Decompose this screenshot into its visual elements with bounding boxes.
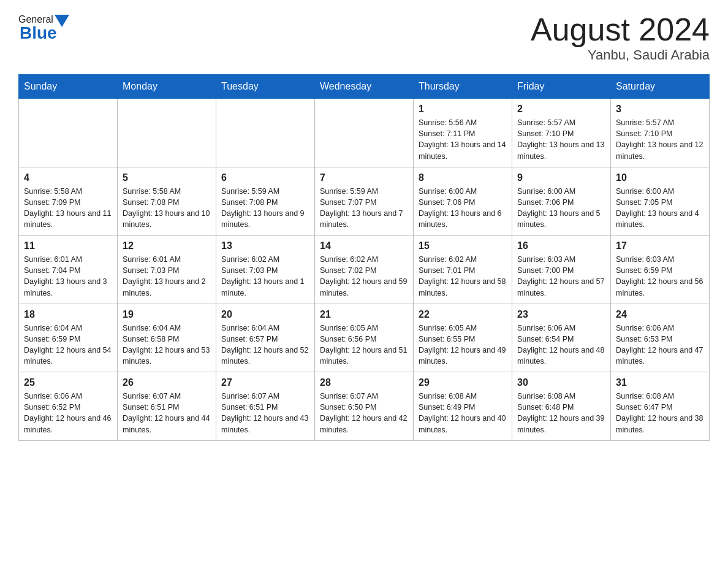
day-number: 31 [616, 377, 704, 388]
calendar-cell: 30Sunrise: 6:08 AMSunset: 6:48 PMDayligh… [512, 372, 611, 441]
day-number: 30 [517, 377, 605, 388]
day-info: Sunrise: 6:03 AMSunset: 7:00 PMDaylight:… [517, 254, 605, 299]
day-info: Sunrise: 6:08 AMSunset: 6:49 PMDaylight:… [419, 391, 507, 435]
day-number: 19 [123, 309, 211, 320]
calendar-cell: 11Sunrise: 6:01 AMSunset: 7:04 PMDayligh… [19, 236, 118, 304]
header-tuesday: Tuesday [216, 75, 315, 99]
day-number: 29 [419, 377, 507, 388]
day-info: Sunrise: 6:01 AMSunset: 7:03 PMDaylight:… [123, 254, 211, 299]
calendar-subtitle: Yanbu, Saudi Arabia [531, 47, 710, 63]
day-number: 17 [616, 240, 704, 251]
day-info: Sunrise: 6:06 AMSunset: 6:53 PMDaylight:… [616, 323, 704, 367]
day-number: 1 [419, 104, 507, 115]
day-info: Sunrise: 6:06 AMSunset: 6:52 PMDaylight:… [24, 391, 112, 435]
day-info: Sunrise: 6:05 AMSunset: 6:56 PMDaylight:… [320, 323, 408, 367]
day-info: Sunrise: 6:02 AMSunset: 7:01 PMDaylight:… [419, 254, 507, 299]
day-info: Sunrise: 6:00 AMSunset: 7:05 PMDaylight:… [616, 186, 704, 231]
day-number: 27 [221, 377, 309, 388]
calendar-cell: 27Sunrise: 6:07 AMSunset: 6:51 PMDayligh… [216, 372, 315, 441]
day-info: Sunrise: 6:03 AMSunset: 6:59 PMDaylight:… [616, 254, 704, 299]
day-number: 28 [320, 377, 408, 388]
calendar-cell: 14Sunrise: 6:02 AMSunset: 7:02 PMDayligh… [315, 236, 414, 304]
calendar-title: August 2024 [531, 12, 710, 47]
header-thursday: Thursday [414, 75, 512, 99]
logo-blue-text: Blue [18, 23, 69, 43]
calendar-cell: 9Sunrise: 6:00 AMSunset: 7:06 PMDaylight… [512, 167, 611, 236]
day-info: Sunrise: 5:58 AMSunset: 7:08 PMDaylight:… [123, 186, 211, 231]
calendar-header-row: SundayMondayTuesdayWednesdayThursdayFrid… [19, 75, 710, 99]
calendar-cell: 6Sunrise: 5:59 AMSunset: 7:08 PMDaylight… [216, 167, 315, 236]
day-number: 10 [616, 172, 704, 183]
day-info: Sunrise: 6:06 AMSunset: 6:54 PMDaylight:… [517, 323, 605, 367]
week-row-3: 11Sunrise: 6:01 AMSunset: 7:04 PMDayligh… [19, 236, 710, 304]
day-number: 16 [517, 240, 605, 251]
calendar-cell: 16Sunrise: 6:03 AMSunset: 7:00 PMDayligh… [512, 236, 611, 304]
day-info: Sunrise: 6:05 AMSunset: 6:55 PMDaylight:… [419, 323, 507, 367]
day-number: 4 [24, 172, 112, 183]
calendar-cell: 31Sunrise: 6:08 AMSunset: 6:47 PMDayligh… [611, 372, 710, 441]
week-row-1: 1Sunrise: 5:56 AMSunset: 7:11 PMDaylight… [19, 99, 710, 167]
day-info: Sunrise: 6:07 AMSunset: 6:51 PMDaylight:… [221, 391, 309, 435]
week-row-5: 25Sunrise: 6:06 AMSunset: 6:52 PMDayligh… [19, 372, 710, 441]
calendar-cell [118, 99, 216, 167]
calendar-cell: 22Sunrise: 6:05 AMSunset: 6:55 PMDayligh… [414, 304, 512, 372]
calendar-cell [19, 99, 118, 167]
day-info: Sunrise: 5:56 AMSunset: 7:11 PMDaylight:… [419, 117, 507, 162]
calendar-cell: 26Sunrise: 6:07 AMSunset: 6:51 PMDayligh… [118, 372, 216, 441]
calendar-cell: 4Sunrise: 5:58 AMSunset: 7:09 PMDaylight… [19, 167, 118, 236]
day-number: 20 [221, 309, 309, 320]
day-info: Sunrise: 6:08 AMSunset: 6:48 PMDaylight:… [517, 391, 605, 435]
day-number: 24 [616, 309, 704, 320]
day-number: 18 [24, 309, 112, 320]
calendar-cell: 12Sunrise: 6:01 AMSunset: 7:03 PMDayligh… [118, 236, 216, 304]
calendar-cell: 2Sunrise: 5:57 AMSunset: 7:10 PMDaylight… [512, 99, 611, 167]
calendar-cell: 24Sunrise: 6:06 AMSunset: 6:53 PMDayligh… [611, 304, 710, 372]
calendar-cell: 18Sunrise: 6:04 AMSunset: 6:59 PMDayligh… [19, 304, 118, 372]
calendar-cell: 13Sunrise: 6:02 AMSunset: 7:03 PMDayligh… [216, 236, 315, 304]
day-number: 14 [320, 240, 408, 251]
day-info: Sunrise: 6:02 AMSunset: 7:03 PMDaylight:… [221, 254, 309, 299]
day-number: 7 [320, 172, 408, 183]
day-number: 21 [320, 309, 408, 320]
day-info: Sunrise: 6:07 AMSunset: 6:51 PMDaylight:… [123, 391, 211, 435]
calendar-cell: 3Sunrise: 5:57 AMSunset: 7:10 PMDaylight… [611, 99, 710, 167]
calendar-cell: 15Sunrise: 6:02 AMSunset: 7:01 PMDayligh… [414, 236, 512, 304]
calendar-cell: 1Sunrise: 5:56 AMSunset: 7:11 PMDaylight… [414, 99, 512, 167]
day-number: 25 [24, 377, 112, 388]
day-number: 26 [123, 377, 211, 388]
day-number: 8 [419, 172, 507, 183]
calendar-cell: 29Sunrise: 6:08 AMSunset: 6:49 PMDayligh… [414, 372, 512, 441]
day-number: 5 [123, 172, 211, 183]
day-number: 22 [419, 309, 507, 320]
calendar-table: SundayMondayTuesdayWednesdayThursdayFrid… [18, 74, 710, 441]
page-header: General Blue August 2024 Yanbu, Saudi Ar… [18, 12, 710, 63]
day-number: 12 [123, 240, 211, 251]
calendar-cell: 7Sunrise: 5:59 AMSunset: 7:07 PMDaylight… [315, 167, 414, 236]
calendar-cell: 28Sunrise: 6:07 AMSunset: 6:50 PMDayligh… [315, 372, 414, 441]
week-row-2: 4Sunrise: 5:58 AMSunset: 7:09 PMDaylight… [19, 167, 710, 236]
calendar-cell: 8Sunrise: 6:00 AMSunset: 7:06 PMDaylight… [414, 167, 512, 236]
logo: General Blue [18, 12, 69, 43]
day-info: Sunrise: 6:04 AMSunset: 6:57 PMDaylight:… [221, 323, 309, 367]
day-info: Sunrise: 6:00 AMSunset: 7:06 PMDaylight:… [517, 186, 605, 231]
calendar-cell: 21Sunrise: 6:05 AMSunset: 6:56 PMDayligh… [315, 304, 414, 372]
day-number: 23 [517, 309, 605, 320]
header-wednesday: Wednesday [315, 75, 414, 99]
calendar-cell: 25Sunrise: 6:06 AMSunset: 6:52 PMDayligh… [19, 372, 118, 441]
header-friday: Friday [512, 75, 611, 99]
calendar-cell [216, 99, 315, 167]
day-number: 11 [24, 240, 112, 251]
day-info: Sunrise: 6:04 AMSunset: 6:59 PMDaylight:… [24, 323, 112, 367]
calendar-cell [315, 99, 414, 167]
calendar-cell: 10Sunrise: 6:00 AMSunset: 7:05 PMDayligh… [611, 167, 710, 236]
calendar-cell: 23Sunrise: 6:06 AMSunset: 6:54 PMDayligh… [512, 304, 611, 372]
day-info: Sunrise: 5:57 AMSunset: 7:10 PMDaylight:… [616, 117, 704, 162]
day-number: 6 [221, 172, 309, 183]
calendar-cell: 5Sunrise: 5:58 AMSunset: 7:08 PMDaylight… [118, 167, 216, 236]
week-row-4: 18Sunrise: 6:04 AMSunset: 6:59 PMDayligh… [19, 304, 710, 372]
header-monday: Monday [118, 75, 216, 99]
day-info: Sunrise: 6:02 AMSunset: 7:02 PMDaylight:… [320, 254, 408, 299]
day-number: 2 [517, 104, 605, 115]
day-number: 15 [419, 240, 507, 251]
calendar-cell: 17Sunrise: 6:03 AMSunset: 6:59 PMDayligh… [611, 236, 710, 304]
